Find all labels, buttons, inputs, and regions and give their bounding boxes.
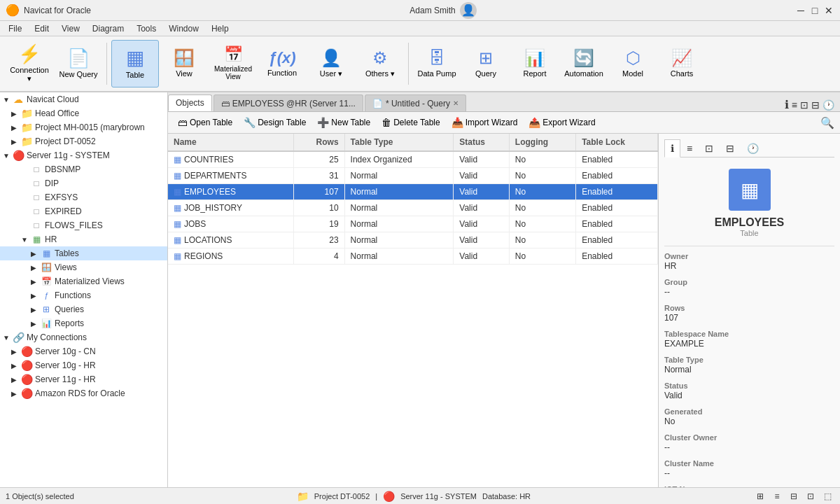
table-row[interactable]: ▦EMPLOYEES 107 Normal Valid No Enabled xyxy=(168,184,658,200)
cell-logging: No xyxy=(509,184,575,200)
info-button[interactable]: ℹ xyxy=(785,98,789,111)
toolbar-function[interactable]: ƒ(x) Function xyxy=(258,40,306,88)
toolbar-materialized-view[interactable]: 📅 Materialized View xyxy=(209,40,257,88)
tab-employess[interactable]: 🗃 EMPLOYESS @HR (Server 11... xyxy=(214,94,363,111)
cell-type: Normal xyxy=(344,184,454,200)
group-button[interactable]: ⊡ xyxy=(800,99,808,111)
import-wizard-btn[interactable]: 📥 Import Wizard xyxy=(447,115,522,130)
info-tab-options[interactable]: ⊟ xyxy=(720,139,741,158)
sidebar-dip[interactable]: □ DIP xyxy=(0,176,167,190)
new-table-btn[interactable]: ➕ New Table xyxy=(313,115,374,130)
toolbar-others[interactable]: ⚙ Others ▾ xyxy=(356,40,404,88)
toolbar-user[interactable]: 👤 User ▾ xyxy=(307,40,355,88)
reports-icon: 📊 xyxy=(41,318,52,329)
sidebar-views[interactable]: ▶ 🪟 Views xyxy=(0,260,167,274)
export-wizard-btn[interactable]: 📤 Export Wizard xyxy=(524,115,599,130)
toolbar-model[interactable]: ⬡ Model xyxy=(609,40,657,88)
info-tab-settings[interactable]: 🕐 xyxy=(741,139,765,158)
col-type[interactable]: Table Type xyxy=(344,134,454,151)
info-panel: ℹ ≡ ⊡ ⊟ 🕐 ▦ xyxy=(658,134,840,487)
menu-tools[interactable]: Tools xyxy=(131,22,162,35)
sidebar-hr[interactable]: ▼ ▦ HR xyxy=(0,232,167,246)
sidebar-navicat-cloud[interactable]: ▼ ☁ Navicat Cloud xyxy=(0,92,167,106)
tab-untitled-close[interactable]: ✕ xyxy=(453,99,458,107)
info-tab-columns[interactable]: ≡ xyxy=(680,139,699,158)
sidebar-flows-files[interactable]: □ FLOWS_FILES xyxy=(0,218,167,232)
hr-arrow: ▼ xyxy=(21,236,31,244)
info-field-value: -- xyxy=(664,287,834,297)
sidebar-server-10g-cn[interactable]: ▶ 🔴 Server 10g - CN xyxy=(0,344,167,358)
sidebar-expired[interactable]: □ EXPIRED xyxy=(0,204,167,218)
info-tab-indexes[interactable]: ⊡ xyxy=(699,139,720,158)
open-table-btn[interactable]: 🗃 Open Table xyxy=(174,115,237,130)
table-row[interactable]: ▦REGIONS 4 Normal Valid No Enabled xyxy=(168,248,658,265)
info-tab-info[interactable]: ℹ xyxy=(664,139,680,158)
toolbar-new-query[interactable]: 📄 New Query xyxy=(55,40,102,88)
info-subtitle: Table xyxy=(740,229,758,237)
sidebar-my-connections[interactable]: ▼ 🔗 My Connections xyxy=(0,330,167,344)
minimize-button[interactable]: ─ xyxy=(795,5,806,16)
cell-logging: No xyxy=(509,248,575,265)
col-name[interactable]: Name xyxy=(168,134,293,151)
menu-diagram[interactable]: Diagram xyxy=(87,22,130,35)
menu-window[interactable]: Window xyxy=(163,22,204,35)
s11g-hr-icon: 🔴 xyxy=(21,374,32,385)
status-view-detail[interactable]: ⊟ xyxy=(787,489,801,503)
info-field: Cluster Name -- xyxy=(664,459,834,478)
menu-edit[interactable]: Edit xyxy=(29,22,55,35)
col-logging[interactable]: Logging xyxy=(509,134,575,151)
sort-button[interactable]: ≡ xyxy=(792,99,797,111)
close-button[interactable]: ✕ xyxy=(823,5,834,16)
sidebar-amazon-rds[interactable]: ▶ 🔴 Amazon RDS for Oracle xyxy=(0,386,167,400)
col-status[interactable]: Status xyxy=(454,134,510,151)
filter-button[interactable]: ⊟ xyxy=(811,99,820,111)
menu-view[interactable]: View xyxy=(56,22,85,35)
sidebar-functions[interactable]: ▶ ƒ Functions xyxy=(0,288,167,302)
col-lock[interactable]: Table Lock xyxy=(576,134,658,151)
sidebar-server-system[interactable]: ▼ 🔴 Server 11g - SYSTEM xyxy=(0,148,167,162)
tab-untitled-query[interactable]: 📄 * Untitled - Query ✕ xyxy=(365,94,466,111)
search-icon[interactable]: 🔍 xyxy=(820,116,834,130)
sidebar-materialized-views[interactable]: ▶ 📅 Materialized Views xyxy=(0,274,167,288)
status-view-small[interactable]: ⊡ xyxy=(804,489,818,503)
design-table-btn[interactable]: 🔧 Design Table xyxy=(239,115,310,130)
sidebar-tables[interactable]: ▶ ▦ Tables xyxy=(0,246,167,260)
table-row[interactable]: ▦JOB_HISTORY 10 Normal Valid No Enabled xyxy=(168,200,658,216)
col-rows[interactable]: Rows xyxy=(293,134,344,151)
menu-help[interactable]: Help xyxy=(206,22,234,35)
sidebar-reports[interactable]: ▶ 📊 Reports xyxy=(0,316,167,330)
tab-employess-icon: 🗃 xyxy=(221,99,230,108)
sidebar-exfsys[interactable]: □ EXFSYS xyxy=(0,190,167,204)
toolbar-data-pump[interactable]: 🗄 Data Pump xyxy=(413,40,461,88)
toolbar-view[interactable]: 🪟 View xyxy=(160,40,208,88)
sidebar-project-dt[interactable]: ▶ 📁 Project DT-0052 xyxy=(0,134,167,148)
table-row[interactable]: ▦LOCATIONS 23 Normal Valid No Enabled xyxy=(168,232,658,248)
table-row[interactable]: ▦JOBS 19 Normal Valid No Enabled xyxy=(168,216,658,232)
table-row[interactable]: ▦DEPARTMENTS 31 Normal Valid No Enabled xyxy=(168,168,658,184)
sidebar-dbsnmp[interactable]: □ DBSNMP xyxy=(0,162,167,176)
sidebar-project-mh[interactable]: ▶ 📁 Project MH-0015 (marybrown xyxy=(0,120,167,134)
status-view-list[interactable]: ≡ xyxy=(770,489,784,503)
status-view-extra[interactable]: ⬚ xyxy=(820,489,834,503)
toolbar-query[interactable]: ⊞ Query xyxy=(462,40,510,88)
toolbar-report[interactable]: 📊 Report xyxy=(511,40,559,88)
sidebar-head-office[interactable]: ▶ 📁 Head Office xyxy=(0,106,167,120)
separator-1 xyxy=(106,43,107,85)
toolbar-automation[interactable]: 🔄 Automation xyxy=(560,40,608,88)
maximize-button[interactable]: □ xyxy=(809,5,820,16)
clock-button[interactable]: 🕐 xyxy=(822,99,834,111)
sidebar-queries[interactable]: ▶ ⊞ Queries xyxy=(0,302,167,316)
sidebar-server-10g-hr[interactable]: ▶ 🔴 Server 10g - HR xyxy=(0,358,167,372)
sidebar-server-11g-hr[interactable]: ▶ 🔴 Server 11g - HR xyxy=(0,372,167,386)
delete-table-btn[interactable]: 🗑 Delete Table xyxy=(377,115,444,130)
toolbar-connection[interactable]: ⚡ Connection ▾ xyxy=(6,40,53,88)
tab-objects[interactable]: Objects xyxy=(168,94,212,111)
menu-file[interactable]: File xyxy=(3,22,27,35)
user-label: User ▾ xyxy=(320,69,342,78)
table-row[interactable]: ▦COUNTRIES 25 Index Organized Valid No E… xyxy=(168,151,658,168)
cell-lock: Enabled xyxy=(576,151,658,168)
toolbar-charts[interactable]: 📈 Charts xyxy=(658,40,706,88)
status-view-grid[interactable]: ⊞ xyxy=(753,489,767,503)
toolbar-table[interactable]: ▦ Table xyxy=(111,40,159,88)
server-system-label: Server 11g - SYSTEM xyxy=(27,150,110,160)
